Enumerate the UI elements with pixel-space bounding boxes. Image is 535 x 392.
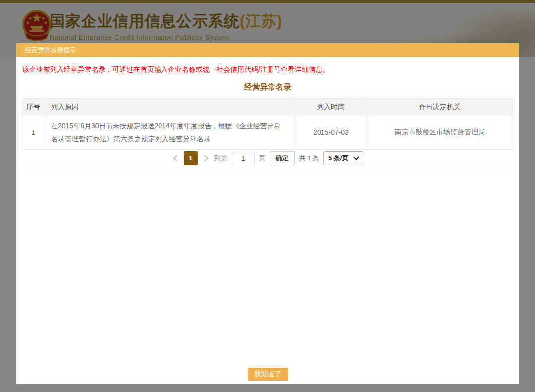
page-size-select[interactable]: 5 条/页: [323, 151, 364, 165]
chevron-left-icon: [173, 155, 178, 162]
next-page-button[interactable]: [202, 154, 210, 162]
abnormal-operations-modal: 经营异常名录提示 该企业被列入经营异常名录，可通过在首页输入企业名称或统一社会信…: [16, 43, 519, 384]
prev-page-button[interactable]: [171, 154, 179, 162]
table-row: 1 在2015年6月30日前未按规定报送2014年度年度报告，根据《企业经营异常…: [23, 115, 513, 150]
goto-page-input[interactable]: [232, 152, 255, 165]
total-count-label: 共 1 条: [299, 154, 319, 163]
modal-titlebar: 经营异常名录提示: [16, 43, 519, 57]
current-page-button[interactable]: 1: [184, 151, 198, 165]
cell-authority: 南京市鼓楼区市场监督管理局: [367, 115, 513, 150]
goto-page-label: 到第: [214, 154, 227, 163]
page-size-value: 5 条/页: [328, 154, 348, 163]
abnormal-list-table: 序号 列入原因 列入时间 作出决定机关 1 在2015年6月30日前未按规定报送…: [22, 98, 513, 150]
column-header-reason: 列入原因: [44, 99, 295, 115]
cell-date: 2015-07-03: [295, 115, 367, 150]
goto-confirm-button[interactable]: 确定: [270, 151, 295, 165]
acknowledge-button[interactable]: 我知道了: [248, 368, 288, 381]
table-header-row: 序号 列入原因 列入时间 作出决定机关: [23, 99, 513, 115]
chevron-down-icon: [353, 156, 359, 160]
section-title: 经营异常名录: [16, 82, 519, 93]
page-unit-label: 页: [259, 154, 266, 163]
table-container: 序号 列入原因 列入时间 作出决定机关 1 在2015年6月30日前未按规定报送…: [22, 98, 513, 167]
cell-reason: 在2015年6月30日前未按规定报送2014年度年度报告，根据《企业经营异常名录…: [44, 115, 295, 150]
column-header-authority: 作出决定机关: [367, 99, 513, 115]
page: 国家企业信用信息公示系统(江苏) National Enterprise Cre…: [0, 0, 535, 392]
column-header-seq: 序号: [23, 99, 44, 115]
cell-seq: 1: [23, 115, 44, 150]
chevron-right-icon: [204, 155, 209, 162]
column-header-date: 列入时间: [295, 99, 367, 115]
warning-text: 该企业被列入经营异常名录，可通过在首页输入企业名称或统一社会信用代码/注册号查看…: [22, 64, 513, 74]
pagination: 1 到第 页 确定 共 1 条 5 条/页: [22, 150, 513, 167]
